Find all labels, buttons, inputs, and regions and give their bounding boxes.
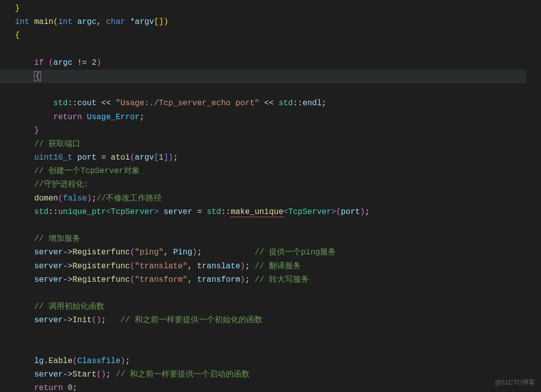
code-comment: // 增加服务: [34, 234, 80, 243]
code-var: argv: [135, 17, 154, 26]
code-namespace: std: [34, 207, 48, 216]
code-comment: //不修改工作路径: [96, 194, 162, 203]
cursor: {: [34, 71, 41, 81]
code-brace: }: [34, 126, 39, 135]
code-comment: // 转大写服务: [255, 275, 309, 284]
code-namespace: std: [53, 99, 68, 108]
code-editor[interactable]: } int main(int argc, char *argv[]) { if …: [0, 0, 541, 392]
code-comment: // 提供一个ping服务: [255, 248, 336, 257]
code-var: server: [164, 207, 193, 216]
code-var: translate: [197, 262, 240, 271]
code-keyword: if: [34, 58, 43, 67]
code-keyword: false: [63, 194, 87, 203]
code-constant: Classfile: [77, 357, 120, 366]
code-number: 2: [92, 58, 97, 67]
code-function: Eable: [48, 357, 72, 366]
code-op: !=: [77, 58, 87, 67]
code-comment: // 创建一个TcpServer对象: [34, 167, 139, 176]
code-function: Registerfunc: [72, 275, 130, 284]
code-keyword: int: [58, 17, 72, 26]
code-var: server: [34, 248, 63, 257]
code-var: server: [34, 316, 63, 325]
code-function-error: make_unique: [231, 207, 283, 217]
code-var: server: [34, 275, 63, 284]
code-string: "ping": [135, 248, 164, 257]
code-namespace: std: [207, 207, 221, 216]
code-var: argc: [77, 17, 96, 26]
code-var: server: [34, 370, 63, 379]
code-string: "translate": [135, 262, 188, 271]
code-comment: // 翻译服务: [255, 262, 301, 271]
code-function: Registerfunc: [72, 248, 130, 257]
code-keyword: return: [53, 113, 82, 122]
code-op: <<: [264, 99, 273, 108]
code-var: lg: [34, 357, 43, 366]
code-comment: // 获取端口: [34, 140, 80, 149]
code-number: 1: [159, 153, 164, 162]
code-type: TcpServer: [288, 207, 331, 216]
code-string: "transform": [135, 275, 188, 284]
code-var: Ping: [173, 248, 192, 257]
code-comment: //守护进程化:: [34, 180, 88, 189]
code-op: <<: [101, 99, 111, 108]
code-brace: }: [15, 4, 20, 13]
watermark: @51CTO博客: [495, 377, 535, 388]
code-type: TcpServer: [111, 207, 154, 216]
code-var: port: [341, 207, 360, 216]
code-string: "Usage:./Tcp_server_echo port": [116, 99, 260, 108]
code-function: Init: [72, 316, 91, 325]
code-id: cout: [77, 99, 96, 108]
code-function: Start: [72, 370, 96, 379]
code-type: unique_ptr: [58, 207, 106, 216]
code-comment: // 和之前一样要提供一个启动的函数: [116, 370, 250, 379]
code-keyword: char: [106, 17, 125, 26]
code-function: main: [34, 17, 53, 26]
code-var: server: [34, 262, 63, 271]
code-comment: // 调用初始化函数: [34, 302, 104, 311]
code-constant: Usage_Error: [87, 113, 140, 122]
code-id: endl: [302, 99, 321, 108]
code-keyword: int: [15, 17, 29, 26]
code-var: port: [77, 153, 96, 162]
code-keyword: return: [34, 384, 63, 392]
code-namespace: std: [278, 99, 293, 108]
code-var: argv: [135, 153, 154, 162]
code-type: uint16_t: [34, 153, 72, 162]
code-var: argc: [53, 58, 72, 67]
code-var: transform: [197, 275, 240, 284]
code-number: 0: [68, 384, 73, 392]
highlighted-line: {: [0, 70, 526, 83]
code-function: Registerfunc: [72, 262, 130, 271]
code-brace: {: [15, 31, 20, 40]
code-function: domen: [34, 194, 58, 203]
code-comment: // 和之前一样要提供一个初始化的函数: [120, 316, 263, 325]
code-function: atoi: [111, 153, 130, 162]
